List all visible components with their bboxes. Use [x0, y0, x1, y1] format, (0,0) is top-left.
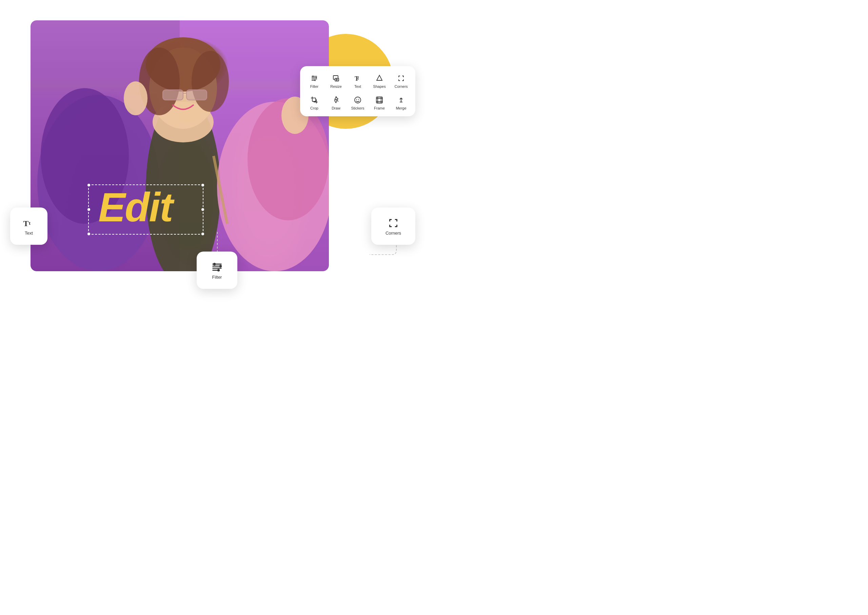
frame-icon: [375, 95, 384, 105]
corners-toolbar-label: Corners: [394, 84, 407, 89]
corners-float-label: Corners: [386, 231, 401, 236]
resize-label: Resize: [330, 84, 342, 89]
draw-label: Draw: [332, 106, 340, 110]
svg-point-14: [124, 81, 147, 115]
filter-label: Filter: [310, 84, 318, 89]
filter-connector-line: [217, 232, 218, 252]
svg-rect-40: [376, 97, 382, 103]
svg-rect-41: [378, 98, 381, 102]
text-selection-box[interactable]: [88, 184, 203, 235]
handle-bottom-left[interactable]: [87, 233, 90, 235]
svg-point-38: [356, 99, 357, 100]
handle-middle-right[interactable]: [201, 208, 204, 211]
main-toolbar: Filter Resize T t Text Sh: [300, 66, 415, 116]
shapes-icon: [375, 73, 384, 83]
text-toolbar-icon: T t: [353, 73, 362, 83]
handle-top-right[interactable]: [201, 184, 204, 186]
toolbar-item-resize[interactable]: Resize: [326, 70, 346, 91]
merge-label: Merge: [396, 106, 406, 110]
svg-point-22: [312, 76, 314, 77]
toolbar-item-merge[interactable]: Merge: [391, 92, 411, 112]
text-float-icon: T t: [23, 217, 35, 229]
corners-toolbar-icon: [397, 73, 406, 83]
svg-point-50: [219, 265, 222, 267]
toolbar-item-corners[interactable]: Corners: [391, 70, 411, 91]
stickers-icon: [353, 95, 362, 105]
stickers-label: Stickers: [351, 106, 364, 110]
handle-bottom-right[interactable]: [201, 233, 204, 235]
svg-text:t: t: [358, 76, 359, 81]
float-card-filter[interactable]: Filter: [197, 251, 237, 289]
float-card-text[interactable]: T t Text: [10, 208, 47, 245]
resize-icon: [331, 73, 341, 83]
svg-point-37: [354, 97, 361, 103]
filter-icon: [309, 73, 319, 83]
toolbar-item-crop[interactable]: Crop: [304, 92, 325, 112]
toolbar-item-text[interactable]: T t Text: [348, 70, 368, 91]
svg-point-21: [314, 80, 316, 81]
toolbar-item-stickers[interactable]: Stickers: [348, 92, 368, 112]
crop-icon: [309, 95, 319, 105]
svg-point-20: [316, 77, 317, 78]
frame-label: Frame: [374, 106, 385, 110]
svg-point-39: [358, 99, 359, 100]
shapes-label: Shapes: [373, 84, 386, 89]
toolbar-item-shapes[interactable]: Shapes: [369, 70, 390, 91]
merge-icon: [397, 95, 406, 105]
svg-point-33: [335, 99, 337, 100]
draw-icon: [331, 95, 341, 105]
filter-float-icon: [211, 261, 223, 273]
svg-point-52: [213, 263, 216, 265]
text-float-label: Text: [25, 231, 33, 236]
svg-text:t: t: [29, 220, 31, 225]
text-label: Text: [354, 84, 361, 89]
handle-middle-left[interactable]: [87, 208, 90, 211]
svg-rect-11: [186, 90, 207, 100]
handle-top-left[interactable]: [87, 184, 90, 186]
float-card-corners[interactable]: Corners: [371, 208, 415, 245]
crop-label: Crop: [310, 106, 318, 110]
toolbar-item-draw[interactable]: Draw: [326, 92, 346, 112]
svg-point-51: [217, 269, 220, 272]
svg-line-36: [337, 101, 339, 101]
svg-point-9: [192, 51, 229, 112]
toolbar-item-frame[interactable]: Frame: [369, 92, 390, 112]
svg-rect-10: [163, 90, 183, 100]
corners-float-icon: [387, 217, 400, 229]
filter-float-label: Filter: [212, 275, 222, 280]
svg-text:T: T: [23, 219, 29, 228]
toolbar-item-filter[interactable]: Filter: [304, 70, 325, 91]
photo-canvas[interactable]: Edit: [31, 20, 329, 271]
